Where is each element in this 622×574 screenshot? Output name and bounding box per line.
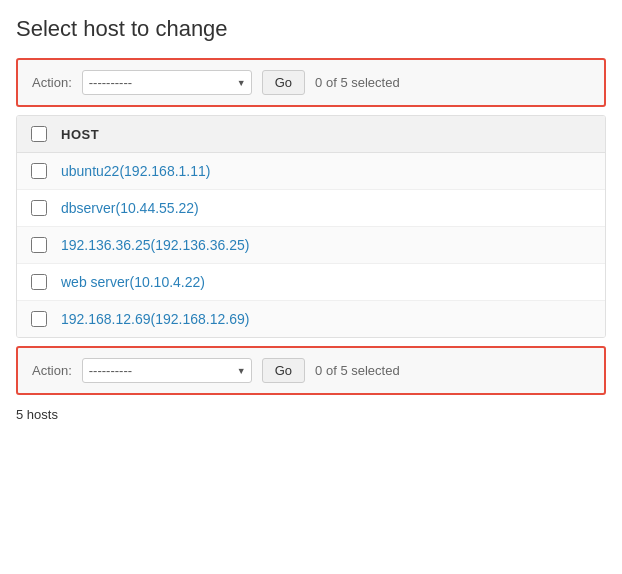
row-checkbox-wrapper-5[interactable] bbox=[31, 311, 47, 327]
row-checkbox-wrapper-3[interactable] bbox=[31, 237, 47, 253]
table-row: 192.136.36.25(192.136.36.25) bbox=[17, 227, 605, 264]
table-row: 192.168.12.69(192.168.12.69) bbox=[17, 301, 605, 337]
row-checkbox-2[interactable] bbox=[31, 200, 47, 216]
host-link-4[interactable]: web server(10.10.4.22) bbox=[61, 274, 205, 290]
table-row: dbserver(10.44.55.22) bbox=[17, 190, 605, 227]
action-label-bottom: Action: bbox=[32, 363, 72, 378]
table-rows-container: ubuntu22(192.168.1.11) dbserver(10.44.55… bbox=[17, 153, 605, 337]
row-checkbox-wrapper-4[interactable] bbox=[31, 274, 47, 290]
action-select-bottom[interactable]: ---------- bbox=[82, 358, 252, 383]
row-checkbox-5[interactable] bbox=[31, 311, 47, 327]
go-button-top[interactable]: Go bbox=[262, 70, 305, 95]
table-header: HOST bbox=[17, 116, 605, 153]
row-checkbox-wrapper-2[interactable] bbox=[31, 200, 47, 216]
row-checkbox-1[interactable] bbox=[31, 163, 47, 179]
go-button-bottom[interactable]: Go bbox=[262, 358, 305, 383]
host-link-3[interactable]: 192.136.36.25(192.136.36.25) bbox=[61, 237, 249, 253]
host-table: HOST ubuntu22(192.168.1.11) dbserver(10.… bbox=[16, 115, 606, 338]
table-row: web server(10.10.4.22) bbox=[17, 264, 605, 301]
select-all-checkbox-wrapper[interactable] bbox=[31, 126, 47, 142]
row-checkbox-3[interactable] bbox=[31, 237, 47, 253]
host-link-2[interactable]: dbserver(10.44.55.22) bbox=[61, 200, 199, 216]
selected-count-bottom: 0 of 5 selected bbox=[315, 363, 400, 378]
host-link-1[interactable]: ubuntu22(192.168.1.11) bbox=[61, 163, 210, 179]
host-column-header: HOST bbox=[61, 127, 99, 142]
page-title: Select host to change bbox=[16, 16, 606, 42]
action-label-top: Action: bbox=[32, 75, 72, 90]
action-select-top[interactable]: ---------- bbox=[82, 70, 252, 95]
selected-count-top: 0 of 5 selected bbox=[315, 75, 400, 90]
select-wrapper-bottom: ---------- bbox=[82, 358, 252, 383]
footer-count: 5 hosts bbox=[16, 403, 606, 426]
action-bar-bottom: Action: ---------- Go 0 of 5 selected bbox=[16, 346, 606, 395]
row-checkbox-4[interactable] bbox=[31, 274, 47, 290]
table-row: ubuntu22(192.168.1.11) bbox=[17, 153, 605, 190]
select-wrapper-top: ---------- bbox=[82, 70, 252, 95]
row-checkbox-wrapper-1[interactable] bbox=[31, 163, 47, 179]
action-bar-top: Action: ---------- Go 0 of 5 selected bbox=[16, 58, 606, 107]
select-all-checkbox[interactable] bbox=[31, 126, 47, 142]
host-link-5[interactable]: 192.168.12.69(192.168.12.69) bbox=[61, 311, 249, 327]
